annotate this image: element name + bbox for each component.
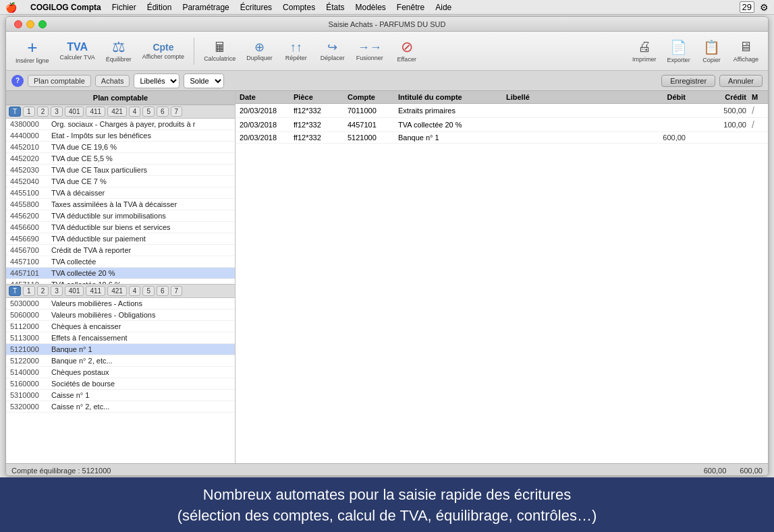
tab-top-6[interactable]: 6 — [157, 107, 169, 117]
dupliquer-button[interactable]: ⊕ Dupliquer — [242, 38, 277, 64]
tab-top-5[interactable]: 5 — [142, 107, 155, 117]
list-item-bottom-0[interactable]: 5030000Valeurs mobilières - Actions — [6, 298, 235, 309]
repeter-button[interactable]: ↑↑ Répéter — [279, 38, 313, 64]
list-item-top-13[interactable]: 4457101TVA collectée 20 % — [6, 268, 235, 279]
list-item-bottom-2[interactable]: 5112000Chèques à encaisser — [6, 321, 235, 332]
tab-bottom-5[interactable]: 5 — [142, 286, 155, 296]
insert-line-button[interactable]: + Insérer ligne — [11, 36, 53, 67]
menu-etats[interactable]: États — [326, 3, 344, 12]
tab-bottom-7[interactable]: 7 — [171, 286, 183, 296]
list-item-top-3[interactable]: 4452020TVA due CE 5,5 % — [6, 153, 235, 165]
tab-bottom-T[interactable]: T — [9, 286, 21, 296]
annuler-button[interactable]: Annuler — [719, 75, 763, 87]
list-item-bottom-5[interactable]: 5122000Banque n° 2, etc... — [6, 355, 235, 367]
list-item-top-10[interactable]: 4456690TVA déductible sur paiement — [6, 233, 235, 245]
fusionner-button[interactable]: →→ Fusionner — [352, 38, 387, 64]
menu-fichier[interactable]: Fichier — [112, 3, 136, 12]
solde-select[interactable]: Solde Débit Crédit — [184, 73, 224, 88]
tab-bottom-1[interactable]: 1 — [23, 286, 35, 296]
tab-top-2[interactable]: 2 — [37, 107, 49, 117]
enregistrer-button[interactable]: Enregistrer — [661, 75, 715, 87]
copy-icon: 📋 — [703, 39, 720, 55]
menu-aide[interactable]: Aide — [435, 3, 451, 12]
tab-top-411[interactable]: 411 — [86, 107, 105, 117]
item-label: TVA déductible sur biens et services — [51, 223, 171, 231]
item-code: 4456600 — [10, 223, 47, 231]
menu-ecritures[interactable]: Écritures — [240, 3, 272, 12]
equilibrer-button[interactable]: ⚖ Équilibrer — [102, 37, 136, 65]
settings-icon[interactable]: ⚙ — [760, 2, 769, 13]
list-item-top-14[interactable]: 4457110TVA collectée 19,6 % — [6, 279, 235, 284]
list-item-bottom-6[interactable]: 5140000Chèques postaux — [6, 367, 235, 378]
table-row-0[interactable]: 20/03/2018 ff12*332 7011000 Extraits pri… — [236, 104, 768, 118]
copier-button[interactable]: 📋 Copier — [697, 36, 727, 66]
calc-tva-button[interactable]: TVA Calculer TVA — [56, 39, 99, 63]
cell-piece: ff12*332 — [294, 107, 348, 115]
afficher-compte-button[interactable]: Cpte Afficher compte — [138, 40, 188, 63]
col-header-piece: Pièce — [294, 93, 348, 101]
list-item-top-7[interactable]: 4455800Taxes assimilées à la TVA à décai… — [6, 199, 235, 210]
list-item-top-0[interactable]: 4380000Org. sociaux - Charges à payer, p… — [6, 119, 235, 130]
tab-bottom-411[interactable]: 411 — [86, 286, 105, 296]
libelles-select[interactable]: Libellés Codes Tous — [134, 73, 179, 88]
list-item-top-8[interactable]: 4456200TVA déductible sur immobilisation… — [6, 210, 235, 222]
list-item-bottom-8[interactable]: 5310000Caisse n° 1 — [6, 390, 235, 401]
tab-top-1[interactable]: 1 — [23, 107, 35, 117]
tab-top-3[interactable]: 3 — [51, 107, 63, 117]
exporter-button[interactable]: 📄 Exporter — [663, 36, 694, 66]
app-name: COGILOG Compta — [30, 3, 101, 12]
list-item-top-9[interactable]: 4456600TVA déductible sur biens et servi… — [6, 222, 235, 233]
tab-bottom-421[interactable]: 421 — [107, 286, 127, 296]
list-item-bottom-9[interactable]: 5320000Caisse n° 2, etc... — [6, 401, 235, 413]
minimize-window-button[interactable] — [26, 20, 34, 28]
close-window-button[interactable] — [14, 20, 22, 28]
table-row-1[interactable]: 20/03/2018 ff12*332 4457101 TVA collecté… — [236, 118, 768, 132]
list-item-top-4[interactable]: 4452030TVA due CE Taux particuliers — [6, 165, 235, 176]
edit-icon[interactable]: / — [752, 105, 764, 116]
deplacer-button[interactable]: ↪ Déplacer — [316, 38, 350, 64]
tab-top-401[interactable]: 401 — [65, 107, 84, 117]
merge-icon: →→ — [358, 41, 382, 53]
menu-parametrage[interactable]: Paramétrage — [182, 3, 229, 12]
move-icon: ↪ — [327, 41, 337, 53]
list-item-top-6[interactable]: 4455100TVA à décaisser — [6, 187, 235, 199]
menu-edition[interactable]: Édition — [147, 3, 172, 12]
list-item-bottom-4[interactable]: 5121000Banque n° 1 — [6, 344, 235, 355]
effacer-button[interactable]: ⊘ Effacer — [390, 37, 424, 65]
menu-fenetre[interactable]: Fenêtre — [397, 3, 424, 12]
menu-modeles[interactable]: Modèles — [356, 3, 386, 12]
tab-bottom-4[interactable]: 4 — [129, 286, 141, 296]
help-button[interactable]: ? — [11, 75, 24, 87]
table-row-2[interactable]: 20/03/2018 ff12*332 5121000 Banque n° 1 … — [236, 132, 768, 144]
tab-top-421[interactable]: 421 — [107, 107, 127, 117]
affichage-button[interactable]: 🖥 Affichage — [729, 36, 763, 66]
tab-bottom-401[interactable]: 401 — [65, 286, 84, 296]
maximize-window-button[interactable] — [38, 20, 47, 28]
edit-icon[interactable]: / — [752, 119, 764, 130]
item-label: Banque n° 1 — [51, 345, 92, 353]
filter-bar: ? Plan comptable Achats Libellés Codes T… — [6, 71, 768, 91]
imprimer-button[interactable]: 🖨 Imprimer — [628, 36, 661, 66]
list-item-top-1[interactable]: 4440000Etat - Impôts sur les bénéfices — [6, 130, 235, 142]
tab-top-4[interactable]: 4 — [129, 107, 141, 117]
menu-comptes[interactable]: Comptes — [283, 3, 315, 12]
item-code: 4456200 — [10, 212, 47, 220]
list-item-top-2[interactable]: 4452010TVA due CE 19,6 % — [6, 142, 235, 153]
tab-bottom-2[interactable]: 2 — [37, 286, 49, 296]
list-item-top-11[interactable]: 4456700Crédit de TVA à reporter — [6, 245, 235, 256]
tab-top-7[interactable]: 7 — [171, 107, 183, 117]
calc-tva-label: Calculer TVA — [60, 54, 95, 61]
list-item-top-5[interactable]: 4452040TVA due CE 7 % — [6, 176, 235, 187]
tab-bottom-6[interactable]: 6 — [157, 286, 169, 296]
list-item-bottom-7[interactable]: 5160000Sociétés de bourse — [6, 378, 235, 390]
tab-top-T[interactable]: T — [9, 107, 21, 117]
col-header-libelle: Libellé — [506, 93, 630, 101]
list-item-bottom-1[interactable]: 5060000Valeurs mobilières - Obligations — [6, 309, 235, 321]
list-item-top-12[interactable]: 4457100TVA collectée — [6, 256, 235, 268]
cell-date: 20/03/2018 — [240, 134, 294, 142]
achats-filter-btn[interactable]: Achats — [95, 75, 130, 87]
plan-comptable-filter-btn[interactable]: Plan comptable — [28, 75, 91, 87]
list-item-bottom-3[interactable]: 5113000Effets à l'encaissement — [6, 332, 235, 344]
calculatrice-button[interactable]: 🖩 Calculatrice — [200, 38, 240, 65]
tab-bottom-3[interactable]: 3 — [51, 286, 63, 296]
